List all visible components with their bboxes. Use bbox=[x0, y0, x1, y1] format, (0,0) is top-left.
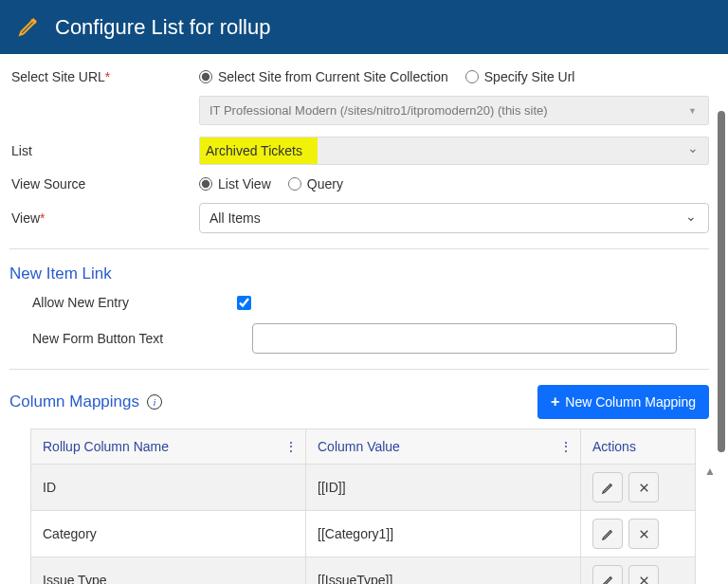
site-url-label: Select Site URL* bbox=[9, 69, 199, 84]
column-mappings-title: Column Mappings i bbox=[9, 392, 162, 411]
divider bbox=[9, 248, 709, 249]
column-menu-icon[interactable]: ⋮ bbox=[284, 439, 298, 454]
dialog-header: Configure List for rollup bbox=[0, 0, 728, 54]
radio-list-view[interactable]: List View bbox=[199, 176, 271, 192]
dialog-body: Select Site URL* Select Site from Curren… bbox=[0, 54, 728, 584]
edit-button[interactable] bbox=[592, 519, 623, 549]
grid-scroll-up-icon[interactable]: ▲ bbox=[704, 465, 716, 478]
radio-query[interactable]: Query bbox=[288, 176, 343, 192]
col-value[interactable]: Column Value ⋮ bbox=[306, 429, 581, 464]
new-form-button-text-input[interactable] bbox=[252, 323, 677, 354]
view-label: View* bbox=[9, 210, 199, 226]
table-row: Issue Type[[IssueType]] bbox=[31, 557, 695, 584]
list-label: List bbox=[9, 143, 199, 158]
col-rollup-name[interactable]: Rollup Column Name ⋮ bbox=[31, 429, 306, 464]
new-column-mapping-button[interactable]: + New Column Mapping bbox=[537, 385, 709, 419]
cell-actions bbox=[581, 511, 695, 557]
new-form-button-text-label: New Form Button Text bbox=[9, 331, 252, 346]
edit-button[interactable] bbox=[592, 472, 623, 502]
list-select[interactable]: Archived Tickets bbox=[199, 137, 709, 165]
cell-name: ID bbox=[31, 465, 306, 510]
column-menu-icon[interactable]: ⋮ bbox=[559, 439, 573, 454]
cell-actions bbox=[581, 557, 695, 584]
column-mappings-grid: Rollup Column Name ⋮ Column Value ⋮ Acti… bbox=[30, 429, 696, 584]
plus-icon: + bbox=[551, 393, 559, 411]
delete-button[interactable] bbox=[628, 565, 659, 584]
table-row: Category[[Category1]] bbox=[31, 510, 695, 557]
table-row: ID[[ID]] bbox=[31, 464, 695, 510]
cell-name: Category bbox=[31, 511, 306, 557]
site-select[interactable]: IT Professional Modern (/sites/nitro1/it… bbox=[199, 96, 709, 125]
pencil-icon bbox=[17, 13, 42, 41]
radio-site-collection[interactable]: Select Site from Current Site Collection bbox=[199, 69, 448, 84]
dialog-title: Configure List for rollup bbox=[55, 15, 270, 40]
cell-name: Issue Type bbox=[31, 557, 306, 584]
cell-value: [[IssueType]] bbox=[306, 557, 581, 584]
divider bbox=[9, 369, 709, 370]
col-actions: Actions bbox=[581, 429, 695, 464]
view-select[interactable]: All Items bbox=[199, 203, 709, 233]
grid-header: Rollup Column Name ⋮ Column Value ⋮ Acti… bbox=[31, 429, 695, 464]
delete-button[interactable] bbox=[628, 519, 659, 549]
cell-value: [[ID]] bbox=[306, 465, 581, 510]
info-icon[interactable]: i bbox=[147, 394, 162, 410]
new-item-link-title: New Item Link bbox=[9, 265, 709, 283]
delete-button[interactable] bbox=[628, 472, 659, 502]
view-source-label: View Source bbox=[9, 176, 199, 192]
allow-new-entry-label: Allow New Entry bbox=[9, 295, 237, 310]
cell-actions bbox=[581, 465, 695, 510]
allow-new-entry-checkbox[interactable] bbox=[237, 296, 251, 310]
radio-specify-url[interactable]: Specify Site Url bbox=[465, 69, 575, 84]
edit-button[interactable] bbox=[592, 565, 623, 584]
cell-value: [[Category1]] bbox=[306, 511, 581, 557]
scrollbar[interactable] bbox=[718, 111, 725, 452]
